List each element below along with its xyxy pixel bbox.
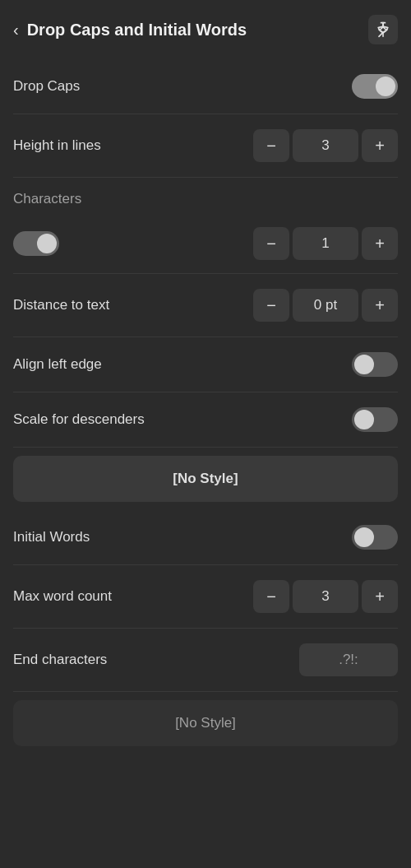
distance-to-text-value: 0 pt (293, 289, 358, 322)
scale-for-descenders-row: Scale for descenders (13, 392, 398, 448)
max-word-count-minus-button[interactable]: − (253, 580, 289, 613)
characters-plus-button[interactable]: + (362, 227, 398, 260)
drop-caps-label: Drop Caps (13, 78, 80, 95)
pin-button[interactable] (368, 15, 398, 44)
characters-left (13, 231, 59, 256)
initial-words-toggle[interactable] (352, 525, 398, 550)
content: Drop Caps Height in lines − 3 + Characte… (0, 59, 411, 754)
height-in-lines-label: Height in lines (13, 137, 101, 154)
height-in-lines-value: 3 (293, 129, 358, 162)
distance-to-text-stepper: − 0 pt + (253, 289, 398, 322)
align-left-edge-label: Align left edge (13, 356, 102, 373)
characters-label: Characters (13, 191, 81, 207)
characters-minus-button[interactable]: − (253, 227, 289, 260)
scale-for-descenders-label: Scale for descenders (13, 411, 145, 428)
characters-value: 1 (293, 227, 358, 260)
align-left-edge-row: Align left edge (13, 337, 398, 392)
height-in-lines-minus-button[interactable]: − (253, 129, 289, 162)
end-characters-input[interactable] (299, 643, 398, 676)
characters-stepper: − 1 + (253, 227, 398, 260)
characters-section-label: Characters (13, 178, 398, 214)
characters-toggle[interactable] (13, 231, 59, 256)
initial-words-row: Initial Words (13, 510, 398, 565)
initial-words-label: Initial Words (13, 529, 90, 545)
height-in-lines-plus-button[interactable]: + (362, 129, 398, 162)
characters-row: − 1 + (13, 214, 398, 274)
no-style-bottom-button[interactable]: [No Style] (13, 700, 398, 746)
height-in-lines-row: Height in lines − 3 + (13, 114, 398, 178)
end-characters-label: End characters (13, 652, 107, 668)
no-style-top-button[interactable]: [No Style] (13, 456, 398, 502)
back-button[interactable]: ‹ (13, 21, 19, 39)
distance-to-text-minus-button[interactable]: − (253, 289, 289, 322)
page-title: Drop Caps and Initial Words (27, 21, 247, 39)
end-characters-row: End characters (13, 629, 398, 692)
max-word-count-label: Max word count (13, 588, 112, 605)
drop-caps-row: Drop Caps (13, 59, 398, 114)
max-word-count-value: 3 (293, 580, 358, 613)
align-left-edge-toggle[interactable] (352, 352, 398, 377)
distance-to-text-row: Distance to text − 0 pt + (13, 274, 398, 337)
max-word-count-plus-button[interactable]: + (362, 580, 398, 613)
distance-to-text-label: Distance to text (13, 297, 109, 313)
height-in-lines-stepper: − 3 + (253, 129, 398, 162)
distance-to-text-plus-button[interactable]: + (362, 289, 398, 322)
header: ‹ Drop Caps and Initial Words (0, 0, 411, 59)
max-word-count-row: Max word count − 3 + (13, 565, 398, 629)
drop-caps-toggle[interactable] (352, 74, 398, 99)
max-word-count-stepper: − 3 + (253, 580, 398, 613)
header-left: ‹ Drop Caps and Initial Words (13, 21, 247, 39)
scale-for-descenders-toggle[interactable] (352, 407, 398, 432)
